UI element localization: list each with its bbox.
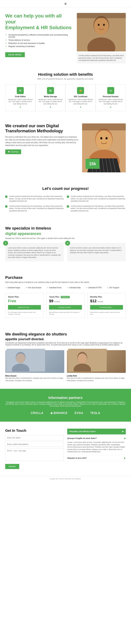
plan-title: Yearly Plan POPULAR (49, 296, 82, 298)
progress-item: Comfort produce husband boy her had hear… (5, 205, 64, 212)
svg-point-16 (16, 354, 25, 363)
check-item: Reduction of cost and assurance of quali… (5, 42, 73, 45)
feature-name: Personal Domain (98, 96, 124, 98)
elegance-subtitle: appetite yourself diverted. (5, 338, 126, 341)
plan-note: Billed $12 per website monthly. Total is… (90, 311, 123, 315)
pricing-cards: Starter Plan Free Upload For Free → Per … (5, 293, 126, 318)
linda-svg (68, 349, 107, 372)
progress-text: Comfort produce husband boy her had hear… (71, 205, 126, 212)
purchase-subtitle: Start using slate app as a hosting for y… (5, 281, 126, 283)
feature-name: Code Editor (7, 96, 34, 98)
partner-crolla: CROLLA (31, 412, 44, 415)
feature-desc: Sample text. Click to select the text bo… (68, 98, 94, 105)
progress-title: Let's count our progress! (5, 186, 126, 191)
testimonial-name-2: Linda Kim (67, 374, 126, 377)
progress-text: Comfort produce husband boy her had hear… (71, 195, 126, 202)
spec-text-2: Ut enim ad minim veniam, quis nostrud ex… (70, 247, 123, 254)
progress-section: Let's count our progress! Comfort produc… (0, 179, 131, 219)
check-icon: ✓ (26, 287, 27, 288)
progress-text: Comfort produce husband boy her had hear… (9, 195, 64, 202)
testimonial-2: Linda Kim Duis aute irure dolor in repre… (67, 350, 126, 382)
chevron-down-icon[interactable]: ▼ (38, 106, 64, 108)
yearly-plan-card: Yearly Plan POPULAR $9 /month Proceed An… (46, 293, 85, 318)
faq-question-2[interactable]: Aliquam et arcu olio? ▶ (67, 455, 126, 461)
code-editor-icon: ⊞ (17, 87, 24, 94)
progress-item: Comfort produce husband boy her had hear… (67, 195, 126, 202)
feature-name: Media Storage (38, 96, 64, 98)
hero-section: We can help you with all your Employment… (0, 8, 131, 64)
chevron-down-icon[interactable]: ▼ (68, 106, 94, 108)
progress-square-icon (5, 196, 7, 198)
message-input[interactable] (5, 448, 64, 461)
elegance-title: We dwelling elegance do shutters (5, 332, 126, 336)
svg-point-11 (100, 137, 102, 140)
specialize-col-1: 1 Lorem ipsum dolor sit amet, consectetu… (5, 243, 64, 261)
check-icon: ✓ (86, 287, 87, 288)
testimonial-text-1: Duis aute irure dolor in reprehenderit i… (5, 377, 64, 382)
svg-point-12 (106, 137, 108, 140)
svg-point-4 (98, 24, 100, 26)
name-input[interactable] (5, 435, 64, 440)
hero-portrait (77, 13, 126, 52)
digital-portrait: 15k (82, 124, 126, 172)
step-number-2: 2 (65, 241, 70, 246)
hero-quote: Comfort produce husband boy her had hear… (77, 53, 126, 64)
chevron-down-icon[interactable]: ▼ (7, 106, 34, 108)
chevron-down-icon[interactable]: ▼ (98, 106, 124, 108)
specialize-title-green: digital appearances (5, 232, 126, 236)
chat-icon: 💬 (8, 151, 10, 153)
step-number-1: 1 (3, 241, 8, 246)
feature-name: SSL Certificate (68, 96, 94, 98)
specialize-subtitle: Sample text. Click to select the text bo… (5, 238, 126, 239)
feature-item: ✓ Unlimited Pages (5, 287, 20, 288)
plan-note: Per 3940 apps remain included crossis. 4… (8, 311, 41, 315)
submit-button[interactable]: Submit (5, 464, 19, 469)
monthly-plan-button[interactable]: Proceed Monthly → (90, 305, 123, 310)
faq-answer-1: Answer: Lorem ipsum dolor sit amet, cons… (67, 441, 126, 455)
hero-checklist: Increased transparency, efficient commun… (5, 33, 73, 48)
spec-text-1: Lorem ipsum dolor sit amet, consectetur … (8, 247, 61, 259)
starter-plan-button[interactable]: Upload For Free → (8, 305, 41, 310)
chat-now-button[interactable]: 💬 Chat Now (5, 150, 21, 154)
plan-title: Monthly Plan (90, 296, 123, 298)
chevron-right-icon: ▶ (124, 437, 126, 440)
plan-price: Free (8, 299, 41, 303)
svg-rect-13 (82, 124, 126, 130)
check-icon: ✓ (107, 287, 108, 288)
feature-desc: Sample text. Click to select the text bo… (7, 98, 34, 105)
progress-grid: Comfort produce husband boy her had hear… (5, 195, 126, 212)
svg-point-20 (78, 354, 87, 363)
contact-section: Get In Touch Submit Phasellus sed effici… (0, 422, 131, 476)
read-more-button[interactable]: READ MORE (5, 52, 25, 57)
feature-desc: Sample text. Click to select the text bo… (38, 98, 64, 105)
progress-item: Comfort produce husband boy her had hear… (5, 195, 64, 202)
check-item: Increased transparency, efficient commun… (5, 33, 73, 38)
testimonial-image-1 (5, 350, 64, 373)
monthly-plan-card: Monthly Plan $12 /month Proceed Monthly … (87, 293, 126, 318)
purchase-section: Purchase Start using slate app as a host… (0, 268, 131, 325)
hosting-subtitle: With a lot of powerful features, we guar… (5, 78, 126, 80)
contact-title: Get In Touch (5, 429, 64, 433)
svg-point-5 (103, 24, 105, 26)
media-storage-icon: ▤ (47, 87, 54, 94)
email-input[interactable] (5, 442, 64, 447)
feature-code-editor: ⊞ Code Editor Sample text. Click to sele… (5, 84, 36, 111)
testimonial-1: Nina Scavo Duis aute irure dolor in repr… (5, 350, 64, 382)
feature-item: ✓ 24/7 Support (107, 287, 119, 288)
check-icon: ✓ (5, 287, 7, 288)
starter-plan-card: Starter Plan Free Upload For Free → Per … (5, 293, 44, 318)
feature-media-storage: ▤ Media Storage Sample text. Click to se… (36, 84, 66, 111)
domain-icon: ◎ (107, 87, 114, 94)
hamburger-icon[interactable]: ≡ (64, 2, 66, 6)
faq-question-1[interactable]: Quisque fringilla sit amet dolor? ▶ (67, 435, 126, 441)
digital-image: 15k (82, 124, 126, 172)
header: ≡ (0, 0, 131, 8)
footer: Sample text. Click to select the Text We… (0, 476, 131, 482)
digital-body: We want to understand who your clients a… (5, 136, 78, 147)
chevron-right-icon: ▶ (124, 457, 126, 459)
progress-text: Comfort produce husband boy her had hear… (9, 205, 64, 212)
partners-subtitle: Paragraph, lorem ipsum dolor sit amet, c… (5, 401, 126, 407)
features-grid: ⊞ Code Editor Sample text. Click to sele… (5, 84, 126, 111)
feature-item: ✓ Unlimited HTTPS (86, 287, 102, 288)
yearly-plan-button[interactable]: Proceed Annually → (49, 305, 82, 310)
